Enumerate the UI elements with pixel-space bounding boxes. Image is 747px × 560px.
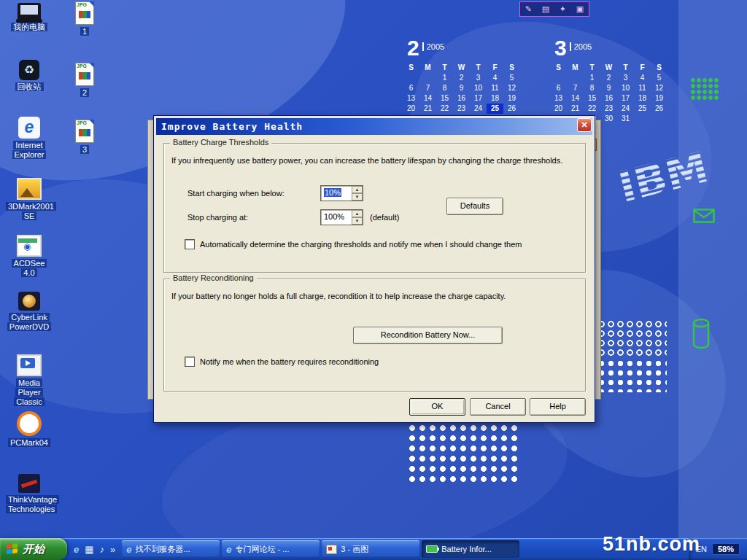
cal-day: 23	[600, 104, 617, 114]
cal-day: 13	[550, 93, 567, 104]
cal-day	[567, 73, 584, 83]
cal-day: 16	[600, 93, 617, 104]
ok-button[interactable]: OK	[409, 398, 465, 416]
auto-determine-checkbox[interactable]	[185, 239, 195, 249]
stop-threshold-input[interactable]: 100% ▲ ▼	[320, 209, 363, 225]
cal-day: 12	[651, 83, 667, 93]
cal-day: 10	[617, 83, 634, 93]
desktop-icon-powerdvd[interactable]: CyberLink PowerDVD	[6, 292, 53, 332]
task-button-paint[interactable]: 3 - 画图	[322, 540, 419, 558]
desktop-icon-jpg-2[interactable]: JPG 2	[64, 63, 105, 98]
desktop-icon-my-computer[interactable]: 我的电脑	[6, 3, 53, 32]
jpg-file-icon: JPG	[75, 120, 94, 143]
cal-day: 14	[419, 93, 436, 104]
start-button[interactable]: 开始	[0, 538, 67, 560]
cal-day: 18	[487, 93, 503, 104]
cal-day: 18	[634, 93, 651, 104]
spinner-up-button[interactable]: ▲	[352, 210, 363, 217]
ie-icon: e	[126, 544, 131, 555]
start-threshold-input[interactable]: 10% ▲ ▼	[320, 185, 363, 201]
cal-day: 1	[436, 73, 453, 83]
cylinder-icon	[692, 318, 711, 350]
close-button[interactable]: ✕	[577, 118, 592, 132]
cal-header: S	[550, 63, 567, 73]
desktop-icon-media-player-classic[interactable]: Media Player Classic	[6, 354, 53, 407]
cal-day: 25	[634, 104, 651, 114]
cancel-button[interactable]: Cancel	[470, 398, 526, 416]
desktop-icon-jpg-3[interactable]: JPG 3	[64, 120, 105, 155]
cal-day: 13	[403, 93, 419, 104]
watermark: 51nb.com	[603, 533, 700, 556]
picture-icon	[17, 178, 42, 200]
cal-day	[550, 73, 567, 83]
task-button-battery-information[interactable]: Battery Infor...	[422, 540, 519, 558]
defaults-button[interactable]: Defaults	[446, 198, 503, 215]
desktop-icon-jpg-1[interactable]: JPG 1	[64, 1, 105, 36]
spinner-up-button[interactable]: ▲	[352, 186, 363, 193]
desktop: IBM ✎ ▤ ✦ ▣ 2 2005 S M T W T F S 1	[0, 0, 747, 560]
cal-day: 24	[470, 104, 487, 114]
pen-icon[interactable]: ✎	[525, 5, 532, 13]
quicklaunch-desktop-icon[interactable]: ▦	[85, 544, 93, 555]
cal-header: T	[470, 63, 487, 73]
task-button-forum[interactable]: e 专门网论坛 - ...	[222, 540, 320, 558]
improve-battery-health-dialog: Improve Battery Health ✕ Battery Charge …	[153, 115, 595, 423]
month-number: 2	[407, 37, 419, 59]
cal-day: 3	[617, 73, 634, 83]
svg-text:IBM: IBM	[614, 142, 713, 209]
spinner-down-button[interactable]: ▼	[352, 193, 363, 201]
battery-tray-indicator[interactable]: 58%	[712, 543, 740, 555]
battery-reconditioning-group: Battery Reconditioning If your battery n…	[163, 279, 586, 392]
desktop-icon-label: 2	[64, 88, 105, 98]
start-threshold-spinner: ▲ ▼	[352, 186, 363, 201]
cal-day: 14	[567, 93, 584, 104]
desktop-icon-acdsee[interactable]: ACDSee 4.0	[6, 235, 53, 278]
desktop-icon-thinkvantage[interactable]: ThinkVantage Technologies	[6, 474, 53, 514]
desktop-icon-label: Media Player Classic	[6, 378, 53, 407]
cal-header: F	[487, 63, 503, 73]
cal-header: F	[634, 63, 651, 73]
desktop-icon-label: 1	[64, 27, 105, 36]
group-legend: Battery Reconditioning	[170, 273, 257, 282]
spinner-down-button[interactable]: ▼	[352, 217, 363, 225]
media-player-icon	[17, 354, 42, 376]
month-year: 2005	[422, 42, 444, 51]
desktop-icon-pcmark04[interactable]: PCMark04	[6, 411, 53, 448]
quicklaunch-ie-icon[interactable]: e	[74, 544, 79, 555]
task-button-server-not-found[interactable]: e 找不到服务器...	[122, 540, 220, 558]
desktop-icon-recycle-bin[interactable]: ♻ 回收站	[6, 60, 53, 92]
cal-day: 20	[403, 104, 419, 114]
tray-toolbar[interactable]: ✎ ▤ ✦ ▣	[519, 1, 589, 17]
cal-day: 3	[470, 73, 487, 83]
cal-header: S	[503, 63, 520, 73]
group-legend: Battery Charge Thresholds	[170, 138, 271, 147]
cal-day: 12	[503, 83, 520, 93]
help-button[interactable]: Help	[530, 398, 586, 416]
paint-icon	[326, 545, 337, 554]
cal-header: T	[436, 63, 453, 73]
calendar-february: 2 2005 S M T W T F S 1 2 3 4 5 6 7 8 9 1…	[403, 36, 520, 124]
notify-reconditioning-label: Notify me when the battery requires reco…	[200, 357, 379, 366]
cal-day: 26	[503, 104, 520, 114]
grid-icon[interactable]: ▣	[576, 5, 584, 13]
notes-icon[interactable]: ▤	[542, 5, 549, 13]
cal-day: 24	[617, 104, 634, 114]
cal-day: 4	[487, 73, 503, 83]
dialog-titlebar[interactable]: Improve Battery Health	[156, 118, 592, 135]
battery-charge-thresholds-group: Battery Charge Thresholds If you infrequ…	[163, 143, 586, 273]
halftone-rings	[597, 319, 667, 357]
desktop-icon-internet-explorer[interactable]: e Internet Explorer	[6, 117, 53, 160]
cal-day: 5	[503, 73, 520, 83]
cal-day: 19	[503, 93, 520, 104]
quicklaunch-media-icon[interactable]: ♪	[100, 544, 105, 555]
halftone-dots	[407, 423, 521, 484]
cal-day: 9	[600, 83, 617, 93]
notify-reconditioning-checkbox[interactable]	[185, 357, 195, 367]
cal-day: 2	[600, 73, 617, 83]
overflow-chevron-icon[interactable]: »	[110, 544, 115, 555]
desktop-icon-3dmark2001[interactable]: 3DMark2001 SE	[6, 178, 53, 221]
recondition-battery-button[interactable]: Recondition Battery Now...	[353, 327, 503, 344]
plug-icon[interactable]: ✦	[560, 5, 566, 13]
cal-day: 19	[651, 93, 667, 104]
cal-header: T	[617, 63, 634, 73]
